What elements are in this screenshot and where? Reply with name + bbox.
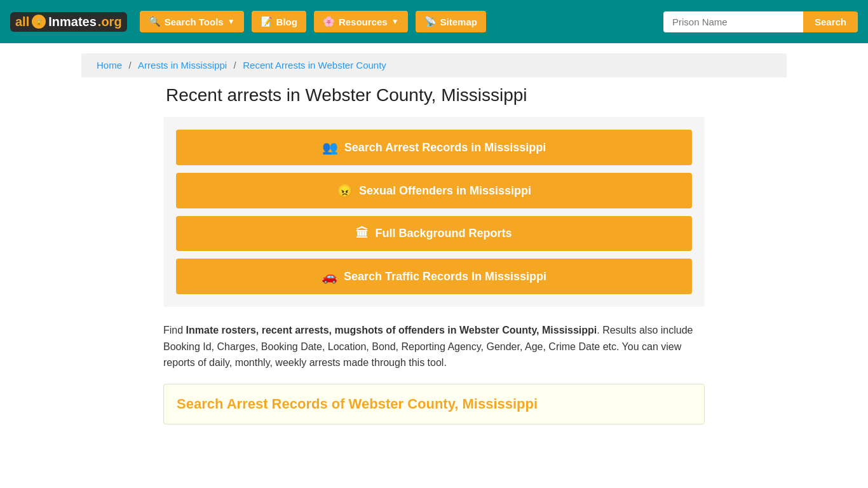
breadcrumb-home[interactable]: Home <box>97 60 122 71</box>
search-tools-icon: 🔍 <box>149 16 161 27</box>
breadcrumb-arrests-ms[interactable]: Arrests in Mississippi <box>138 60 227 71</box>
blog-icon: 📝 <box>261 16 273 27</box>
chevron-down-icon-resources: ▼ <box>391 17 399 26</box>
bold-description: Inmate rosters, recent arrests, mugshots… <box>186 325 597 336</box>
car-icon: 🚗 <box>322 269 337 284</box>
nav-sitemap[interactable]: 📡 Sitemap <box>416 11 486 32</box>
logo-text-inmates: Inmates <box>48 15 97 29</box>
logo-icon: 🔒 <box>32 15 46 29</box>
sexual-offenders-button[interactable]: 😠 Sexual Offenders in Mississippi <box>176 173 692 208</box>
breadcrumb-current: Recent Arrests in Webster County <box>243 60 386 71</box>
header-search-button[interactable]: Search <box>803 11 858 32</box>
bottom-section: Search Arrest Records of Webster County,… <box>163 384 705 424</box>
background-reports-button[interactable]: 🏛 Full Background Reports <box>176 216 692 251</box>
sitemap-icon: 📡 <box>424 16 437 27</box>
chevron-down-icon: ▼ <box>227 17 235 26</box>
breadcrumb-sep-2: / <box>234 60 236 71</box>
offender-icon: 😠 <box>337 183 353 198</box>
breadcrumb: Home / Arrests in Mississippi / Recent A… <box>81 53 787 78</box>
action-card: 👥 Search Arrest Records in Mississippi 😠… <box>163 117 705 307</box>
description-text: Find Inmate rosters, recent arrests, mug… <box>163 322 705 371</box>
header-search-box: Search <box>663 11 858 32</box>
main-content: Recent arrests in Webster County, Missis… <box>148 85 720 450</box>
page-title: Recent arrests in Webster County, Missis… <box>166 85 705 105</box>
logo[interactable]: all 🔒 Inmates .org <box>10 12 127 32</box>
bottom-section-title: Search Arrest Records of Webster County,… <box>177 396 691 412</box>
arrest-records-button[interactable]: 👥 Search Arrest Records in Mississippi <box>176 130 692 165</box>
nav-search-tools[interactable]: 🔍 Search Tools ▼ <box>140 11 244 32</box>
nav-resources[interactable]: 🌸 Resources ▼ <box>314 11 408 32</box>
prison-name-input[interactable] <box>663 11 803 32</box>
nav-blog[interactable]: 📝 Blog <box>252 11 306 32</box>
logo-text-org: .org <box>98 15 122 29</box>
traffic-records-button[interactable]: 🚗 Search Traffic Records In Mississippi <box>176 259 692 294</box>
logo-text-all: all <box>15 15 29 29</box>
people-icon: 👥 <box>322 140 338 155</box>
header: all 🔒 Inmates .org 🔍 Search Tools ▼ 📝 Bl… <box>0 0 868 43</box>
resources-icon: 🌸 <box>323 16 335 27</box>
building-icon: 🏛 <box>356 226 369 241</box>
breadcrumb-sep-1: / <box>128 60 131 71</box>
